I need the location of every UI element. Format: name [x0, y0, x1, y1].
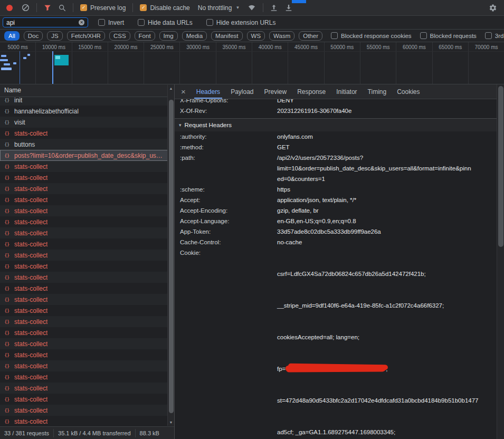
request-row[interactable]: {} stats-collect	[0, 205, 174, 216]
record-button[interactable]	[6, 5, 13, 11]
filter-pill-label: Img	[164, 33, 174, 39]
tab-label: Payload	[231, 88, 253, 96]
request-row[interactable]: {} stats-collect	[0, 327, 174, 338]
filter-pill[interactable]: Media	[182, 31, 207, 41]
request-row[interactable]: {} visit	[0, 117, 174, 128]
name-column-header[interactable]: Name	[0, 84, 174, 97]
request-row[interactable]: {} stats-collect	[0, 305, 174, 316]
detail-tab[interactable]: Initiator	[331, 84, 362, 99]
request-row[interactable]: {} stats-collect	[0, 227, 174, 238]
filter-pill[interactable]: Wasm	[269, 31, 294, 41]
request-row[interactable]: {} stats-collect	[0, 161, 174, 172]
throttling-select[interactable]: No throttling ▼	[198, 4, 240, 12]
tab-label: Headers	[196, 88, 220, 96]
request-row[interactable]: {} stats-collect	[0, 316, 174, 327]
detail-scrollbar[interactable]	[497, 84, 504, 439]
request-row[interactable]: {} stats-collect	[0, 371, 174, 383]
list-scrollbar[interactable]: ▲ ▼	[167, 85, 174, 426]
request-row[interactable]: {} init	[0, 97, 174, 106]
request-row[interactable]: {} stats-collect	[0, 183, 174, 194]
disable-cache-checkbox[interactable]: ✓ Disable cache	[140, 4, 189, 12]
filter-pill[interactable]: Other	[299, 31, 322, 41]
hide-extension-urls-checkbox[interactable]: ✓ Hide extension URLs	[206, 19, 276, 26]
close-details-button[interactable]: ×	[175, 87, 191, 96]
detail-tab[interactable]: Response	[292, 84, 331, 99]
timeline-overview[interactable]: 5000 ms 10000 ms 15000 ms 20000 ms 25000…	[0, 42, 504, 84]
blocked-response-cookies-checkbox[interactable]: ✓ Blocked response cookies	[331, 32, 412, 39]
request-row[interactable]: {} buttons	[0, 139, 174, 150]
timeline-label: 45000 ms	[294, 44, 318, 50]
divider	[0, 51, 504, 52]
network-conditions-icon[interactable]	[248, 4, 256, 11]
scrollbar-thumb[interactable]	[169, 100, 174, 413]
header-row: :path: /api2/v2/users/20572336/posts? li…	[175, 152, 497, 184]
clear-network-log-button[interactable]	[22, 4, 30, 12]
checkbox-label: Blocked response cookies	[341, 33, 412, 39]
scroll-down-arrow[interactable]: ▼	[168, 419, 174, 426]
filter-input[interactable]: api ✕	[3, 17, 88, 27]
filter-pill[interactable]: Font	[135, 31, 155, 41]
clear-filter-icon[interactable]: ✕	[79, 20, 84, 25]
request-row[interactable]: {} stats-collect	[0, 194, 174, 205]
waterfall-bar	[27, 54, 30, 56]
hide-data-urls-checkbox[interactable]: ✓ Hide data URLs	[138, 19, 193, 26]
request-row[interactable]: {} stats-collect	[0, 405, 174, 416]
request-row[interactable]: {} stats-collect	[0, 360, 174, 371]
request-row[interactable]: {} hannahelizabethofficial	[0, 106, 174, 117]
detail-tab[interactable]: Preview	[259, 84, 292, 99]
request-row[interactable]: {} posts?limit=10&order=publish_date_des…	[0, 150, 174, 161]
request-row[interactable]: {} stats-collect	[0, 172, 174, 183]
waterfall-bar	[13, 62, 16, 64]
filter-toggle-icon[interactable]	[44, 4, 51, 12]
chevron-down-icon: ▼	[235, 5, 240, 10]
filter-pill[interactable]: JS	[47, 31, 62, 41]
panel-divider[interactable]	[174, 84, 175, 439]
third-party-requests-checkbox[interactable]: ✓ 3rd-party requests	[485, 32, 504, 39]
export-har-button[interactable]	[285, 4, 292, 12]
filter-pill[interactable]: Doc	[24, 31, 43, 41]
invert-checkbox[interactable]: ✓ Invert	[98, 19, 124, 26]
header-name: Cookie:	[175, 247, 277, 258]
request-row[interactable]: {} stats-collect	[0, 283, 174, 294]
blocked-requests-checkbox[interactable]: ✓ Blocked requests	[420, 32, 477, 39]
request-headers-section-toggle[interactable]: ▾ Request Headers	[175, 119, 497, 131]
scrollbar-thumb[interactable]	[498, 86, 503, 247]
header-name: X-Frame-Options:	[175, 99, 277, 106]
timeline-column: 40000 ms	[252, 42, 288, 84]
request-row[interactable]: {} stats-collect	[0, 338, 174, 349]
header-row: :scheme: https	[175, 184, 497, 195]
request-row[interactable]: {} stats-collect	[0, 383, 174, 394]
request-name: stats-collect	[14, 174, 47, 182]
filter-pill[interactable]: Fetch/XHR	[67, 31, 105, 41]
detail-tab[interactable]: Timing	[363, 84, 392, 99]
request-row[interactable]: {} stats-collect	[0, 294, 174, 305]
request-row[interactable]: {} stats-collect	[0, 250, 174, 261]
detail-tab[interactable]: Payload	[225, 84, 259, 99]
checkbox-box: ✓	[80, 4, 87, 11]
request-row[interactable]: {} stats-collect	[0, 261, 174, 272]
filter-pill[interactable]: Img	[159, 31, 178, 41]
settings-gear-button[interactable]	[489, 4, 497, 12]
script-file-icon: {}	[4, 374, 11, 380]
filter-pill-label: JS	[51, 33, 58, 39]
search-icon[interactable]	[59, 4, 66, 12]
filter-pill[interactable]: Manifest	[211, 31, 242, 41]
request-row[interactable]: {} stats-collect	[0, 128, 174, 139]
preserve-log-checkbox[interactable]: ✓ Preserve log	[80, 4, 126, 12]
filter-pill[interactable]: WS	[247, 31, 265, 41]
import-har-button[interactable]	[270, 4, 278, 12]
request-row[interactable]: {} stats-collect	[0, 238, 174, 250]
request-row[interactable]: {} stats-collect	[0, 416, 174, 426]
scroll-up-arrow[interactable]: ▲	[168, 85, 174, 92]
request-row[interactable]: {} stats-collect	[0, 216, 174, 227]
blue-artifact	[292, 0, 306, 3]
detail-tab[interactable]: Headers	[191, 84, 225, 99]
request-row[interactable]: {} stats-collect	[0, 272, 174, 283]
divider	[132, 3, 133, 12]
filter-pill[interactable]: CSS	[109, 31, 130, 41]
header-row: :method: GET	[175, 142, 497, 152]
request-row[interactable]: {} stats-collect	[0, 394, 174, 405]
filter-pill[interactable]: All	[4, 31, 20, 41]
request-row[interactable]: {} stats-collect	[0, 349, 174, 360]
detail-tab[interactable]: Cookies	[392, 84, 425, 99]
